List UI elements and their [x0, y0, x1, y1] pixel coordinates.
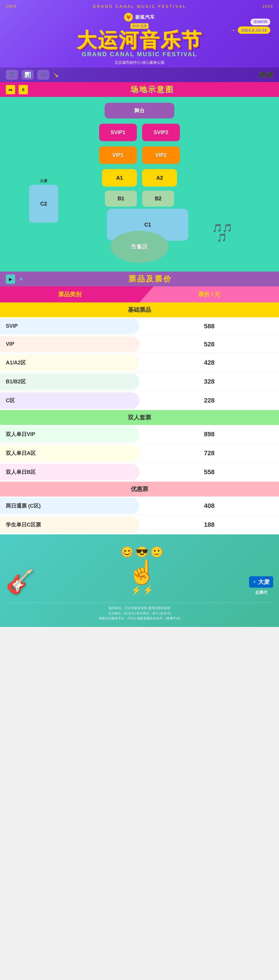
damai-star-icon: ✦: [252, 579, 256, 585]
icon-box-1: 🎵: [6, 70, 18, 80]
stage-label: 舞台: [134, 107, 145, 114]
ticket-name: 学生单日C区票: [0, 517, 140, 533]
ticket-row: A1/A2区428: [0, 353, 279, 372]
smiley-icon-1: 😊: [120, 546, 134, 558]
hand-area: 😊 😎 🙂 ☝️ ⚡ ⚡: [120, 546, 163, 595]
b2-zone: B2: [142, 191, 174, 207]
damai-sub-label: 总票代: [255, 590, 267, 595]
location-text: 北京城市副中心·绿心森林公园: [114, 60, 165, 65]
a-row: A1 A2: [102, 169, 177, 186]
play-icon: ▶: [9, 277, 12, 282]
discount-tickets-container: 两日通票 (C区)408学生单日C区票188: [0, 496, 279, 535]
arrow-decoration: ↘: [53, 71, 59, 79]
play-button[interactable]: ▶: [6, 274, 15, 284]
svip2-zone: SVIP2: [142, 124, 180, 141]
ticket-price: 558: [140, 463, 279, 481]
smiley-icon-2: 😎: [135, 546, 149, 558]
festival-main-title: 大运河音乐节: [77, 30, 202, 50]
venue-map: 舞台 SVIP1 SVIP2 VIP1 VIP2: [6, 103, 273, 266]
ticket-price: 408: [140, 496, 279, 515]
header-year-right: 2024: [262, 4, 273, 9]
icon-box-2: 📊: [22, 70, 34, 80]
icon-box-3: 🎶: [37, 70, 49, 80]
header-top-bar: 2024 GRAND CANAL MUSIC FESTIVAL 2024: [0, 3, 279, 10]
ticket-row: SVIP588: [0, 317, 279, 335]
brand-name: 极狐汽车: [135, 14, 155, 21]
header-icons-row: 🎵 📊 🎶 ↘ ⬛ ⬛: [0, 67, 279, 82]
ticket-row: VIP528: [0, 335, 279, 353]
ticket-name: 双人单日A区: [0, 445, 140, 461]
header-year-left: 2024: [6, 4, 17, 9]
music-note-icon: 🎵: [9, 72, 15, 78]
ticket-price: 898: [140, 425, 279, 444]
ticket-row: B1/B2区328: [0, 372, 279, 391]
bar-chart-icon: 📊: [24, 72, 31, 78]
pricing-control-bar: ▶ ✦ 票品及票价: [0, 272, 279, 286]
ticket-name: A1/A2区: [0, 355, 140, 371]
pricing-table: 票品类别 票价 / 元 基础票品 SVIP588VIP528A1/A2区428B…: [0, 286, 279, 535]
ticket-name: C区: [0, 392, 140, 409]
music-notes-decoration: 🎵🎵 🎵: [212, 223, 233, 242]
sparkle-icon: ✦: [19, 276, 24, 283]
brand-icon: 🦊: [124, 13, 133, 22]
date-badge: 2024.9.15-16: [238, 27, 270, 34]
svip-row: SVIP1 SVIP2: [99, 124, 180, 141]
pricing-title: 票品及票价: [128, 274, 172, 283]
music-note2-icon: 🎶: [40, 72, 46, 78]
a1-zone: A1: [102, 169, 137, 186]
footer-info: 指导单位：北京市委宣传部 通州区委区政府 主办单位：[主办方] 承办单位：富力 …: [6, 603, 273, 621]
smiley-icon-3: 🙂: [150, 546, 163, 558]
vip1-zone: VIP1: [99, 146, 137, 164]
market-area: 市集区: [111, 231, 168, 263]
dual-tickets-container: 双人单日VIP898双人单日A区728双人单日B区558: [0, 425, 279, 482]
footer-info-line1: 指导单位：北京市委宣传部 通州区委区政府: [6, 606, 273, 611]
damai-label: 大麦: [258, 578, 270, 586]
ticket-row: 学生单日C区票188: [0, 515, 279, 535]
venue-control-bar: ⏮ ⏸ 场地示意图: [0, 82, 279, 97]
footer-decorations: 🎸 😊 😎 🙂 ☝️ ⚡ ⚡ ✦ 大麦 总票代: [6, 543, 273, 598]
pause-button[interactable]: ⏸: [19, 85, 28, 94]
market-label: 市集区: [111, 231, 168, 263]
ticket-row: 双人单日VIP898: [0, 425, 279, 444]
damai-logo: ✦ 大麦: [249, 576, 273, 588]
vip-row: VIP1 VIP2: [99, 146, 180, 164]
c2-zone: C2: [29, 185, 58, 223]
ticket-row: 双人单日A区728: [0, 444, 279, 463]
header-decorations: 活动时间 → 2024.9.15-16: [230, 19, 270, 34]
year-badge: 2024 北京: [130, 23, 149, 29]
category-discount: 优惠票: [0, 482, 279, 496]
basic-tickets-container: SVIP588VIP528A1/A2区428B1/B2区328C区228: [0, 317, 279, 410]
ticket-price: 188: [140, 515, 279, 534]
ticket-row: 两日通票 (C区)408: [0, 496, 279, 515]
footer-info-line3: 独家社交媒体平台：[平台] 独家直播合作伙伴：[直播平台]: [6, 616, 273, 621]
venue-title-bar: 场地示意图: [32, 84, 273, 95]
dapin-label: 大屏: [29, 178, 58, 184]
header-festival-name: GRAND CANAL MUSIC FESTIVAL: [93, 4, 187, 9]
page-wrapper: 2024 GRAND CANAL MUSIC FESTIVAL 2024 🦊 极…: [0, 0, 279, 627]
a2-zone: A2: [142, 169, 177, 186]
dapin-label-area: 大屏 C2: [29, 178, 58, 223]
col-type-header: 票品类别: [0, 286, 140, 302]
vip2-zone: VIP2: [142, 146, 180, 164]
ticket-price: 428: [140, 353, 279, 372]
stage-area: 舞台: [105, 103, 174, 118]
table-header: 票品类别 票价 / 元: [0, 286, 279, 302]
ticket-name: B1/B2区: [0, 374, 140, 390]
prev-icon: ⏮: [8, 88, 13, 92]
festival-subtitle-en: GRAND CANAL MUSIC FESTIVAL: [82, 51, 197, 57]
pointing-hand-icon: ☝️: [128, 561, 157, 584]
prev-button[interactable]: ⏮: [6, 85, 15, 94]
activity-badge: 活动时间: [250, 19, 270, 25]
ticket-name: 两日通票 (C区): [0, 498, 140, 514]
footer-info-line2: 主办单位：[主办方] 承办单位：富力 [合作方]: [6, 611, 273, 616]
pause-icon: ⏸: [21, 88, 25, 92]
guitar-icon: 🎸: [6, 568, 35, 595]
ticket-name: VIP: [0, 336, 140, 352]
ticket-price: 228: [140, 391, 279, 410]
venue-section: 舞台 SVIP1 SVIP2 VIP1 VIP2: [0, 97, 279, 272]
ticket-price: 588: [140, 317, 279, 335]
ticket-name: SVIP: [0, 318, 140, 334]
ticket-name: 双人单日B区: [0, 464, 140, 480]
ticket-price: 328: [140, 372, 279, 391]
ticket-name: 双人单日VIP: [0, 426, 140, 442]
